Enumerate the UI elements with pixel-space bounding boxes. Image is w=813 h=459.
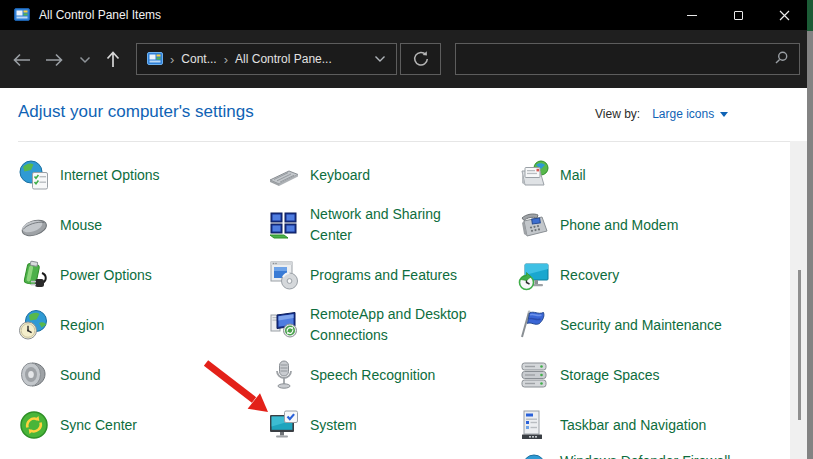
- content-area: Adjust your computer's settings View by:…: [0, 88, 807, 459]
- back-button[interactable]: [9, 47, 35, 73]
- up-arrow-icon: [105, 51, 121, 69]
- item-label: Region: [60, 315, 104, 336]
- item-storage-spaces[interactable]: Storage Spaces: [518, 350, 790, 400]
- recovery-icon: [518, 259, 550, 291]
- item-region[interactable]: Region: [18, 300, 268, 350]
- speech-recognition-icon: [268, 359, 300, 391]
- mail-icon: [518, 159, 550, 191]
- item-label: Internet Options: [60, 165, 160, 186]
- item-security-and-maintenance[interactable]: Security and Maintenance: [518, 300, 790, 350]
- item-label: Power Options: [60, 265, 152, 286]
- item-remoteapp-and-desktop-connections[interactable]: RemoteApp and Desktop Connections: [268, 300, 518, 350]
- screenshot-root: All Control Panel Items: [0, 0, 813, 459]
- chevron-down-icon: [720, 112, 728, 117]
- address-dropdown-button[interactable]: [374, 52, 386, 66]
- windows-defender-firewall-icon: [518, 452, 550, 459]
- window-title: All Control Panel Items: [39, 8, 161, 22]
- page-title: Adjust your computer's settings: [18, 102, 254, 122]
- item-label: Network and Sharing Center: [310, 204, 480, 246]
- item-label: Windows Defender Firewall: [560, 452, 730, 459]
- item-mouse[interactable]: Mouse: [18, 200, 268, 250]
- view-by-label: View by:: [595, 107, 640, 121]
- item-network-and-sharing-center[interactable]: Network and Sharing Center: [268, 200, 518, 250]
- header-divider: [18, 141, 790, 142]
- mouse-icon: [18, 209, 50, 241]
- minimize-button[interactable]: [669, 0, 715, 30]
- item-label: RemoteApp and Desktop Connections: [310, 304, 480, 346]
- breadcrumb-separator-icon: ›: [170, 52, 174, 67]
- control-panel-window: All Control Panel Items: [0, 0, 807, 459]
- item-label: Taskbar and Navigation: [560, 415, 706, 436]
- background-window-sliver: [807, 0, 813, 459]
- address-bar[interactable]: › Cont... › All Control Pane...: [136, 43, 397, 75]
- power-options-icon: [18, 259, 50, 291]
- recent-locations-chevron-icon: [79, 56, 91, 64]
- region-icon: [18, 309, 50, 341]
- item-label: System: [310, 415, 357, 436]
- security-and-maintenance-icon: [518, 309, 550, 341]
- close-button[interactable]: [761, 0, 807, 30]
- maximize-icon: [734, 11, 743, 20]
- control-panel-icon: [14, 7, 30, 23]
- search-input[interactable]: [456, 52, 774, 66]
- item-sound[interactable]: Sound: [18, 350, 268, 400]
- item-label: Phone and Modem: [560, 215, 678, 236]
- internet-options-icon: [18, 159, 50, 191]
- item-programs-and-features[interactable]: Programs and Features: [268, 250, 518, 300]
- item-taskbar-and-navigation[interactable]: Taskbar and Navigation: [518, 400, 790, 450]
- item-label: Programs and Features: [310, 265, 457, 286]
- item-mail[interactable]: Mail: [518, 150, 790, 200]
- item-keyboard[interactable]: Keyboard: [268, 150, 518, 200]
- item-label: Mail: [560, 165, 586, 186]
- programs-and-features-icon: [268, 259, 300, 291]
- control-panel-items-grid: Internet Options Keyboard: [18, 150, 790, 450]
- navigation-toolbar: › Cont... › All Control Pane...: [0, 30, 807, 88]
- item-recovery[interactable]: Recovery: [518, 250, 790, 300]
- forward-button[interactable]: [41, 47, 67, 73]
- back-arrow-icon: [12, 52, 32, 68]
- remoteapp-and-desktop-connections-icon: [268, 309, 300, 341]
- item-windows-defender-firewall-clipped[interactable]: Windows Defender Firewall: [518, 452, 730, 459]
- item-speech-recognition[interactable]: Speech Recognition: [268, 350, 518, 400]
- refresh-icon: [412, 50, 430, 68]
- item-internet-options[interactable]: Internet Options: [18, 150, 268, 200]
- recent-locations-button[interactable]: [74, 47, 96, 73]
- breadcrumb-separator-icon: ›: [224, 52, 228, 67]
- minimize-icon: [687, 15, 697, 16]
- breadcrumb-segment-control-panel[interactable]: Cont...: [181, 52, 216, 66]
- close-icon: [779, 10, 790, 21]
- chevron-down-icon: [374, 55, 386, 63]
- item-system[interactable]: System: [268, 400, 518, 450]
- titlebar: All Control Panel Items: [0, 0, 807, 30]
- item-label: Sync Center: [60, 415, 137, 436]
- search-box: [455, 43, 800, 75]
- item-label: Speech Recognition: [310, 365, 435, 386]
- search-icon[interactable]: [774, 50, 789, 69]
- view-by-control: View by: Large icons: [595, 107, 728, 121]
- item-label: Keyboard: [310, 165, 370, 186]
- phone-and-modem-icon: [518, 209, 550, 241]
- taskbar-and-navigation-icon: [518, 409, 550, 441]
- control-panel-icon: [147, 51, 163, 67]
- storage-spaces-icon: [518, 359, 550, 391]
- item-label: Storage Spaces: [560, 365, 660, 386]
- forward-arrow-icon: [44, 52, 64, 68]
- sync-center-icon: [18, 409, 50, 441]
- up-button[interactable]: [100, 47, 126, 73]
- system-icon: [268, 409, 300, 441]
- item-label: Sound: [60, 365, 100, 386]
- vertical-scrollbar[interactable]: [790, 141, 807, 459]
- maximize-button[interactable]: [715, 0, 761, 30]
- item-power-options[interactable]: Power Options: [18, 250, 268, 300]
- breadcrumb-segment-all-items[interactable]: All Control Pane...: [235, 52, 332, 66]
- item-label: Security and Maintenance: [560, 315, 722, 336]
- view-by-dropdown[interactable]: Large icons: [652, 107, 714, 121]
- item-sync-center[interactable]: Sync Center: [18, 400, 268, 450]
- scrollbar-thumb[interactable]: [798, 270, 801, 420]
- item-label: Mouse: [60, 215, 102, 236]
- item-phone-and-modem[interactable]: Phone and Modem: [518, 200, 790, 250]
- sound-icon: [18, 359, 50, 391]
- refresh-button[interactable]: [400, 43, 441, 75]
- item-label: Recovery: [560, 265, 619, 286]
- network-and-sharing-center-icon: [268, 209, 300, 241]
